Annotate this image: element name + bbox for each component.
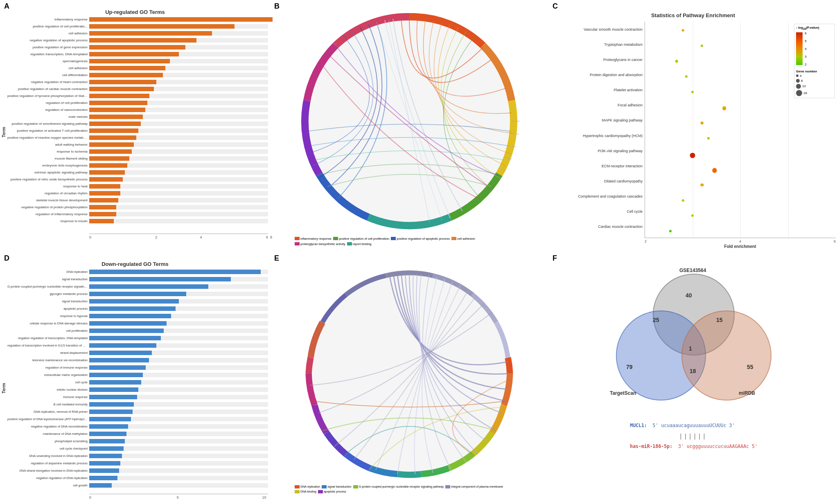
panel-d-bar-fill-3 [89, 292, 186, 296]
venn-label-mirdb: miRDB [739, 390, 755, 396]
panel-a-bar-label-4: positive regulation of gene expression [7, 45, 89, 49]
panel-a-bar-row-17: positive regulation of reactive oxygen s… [7, 135, 268, 141]
panel-d-bar-label-6: response to hypoxia [7, 314, 89, 318]
panel-d-bar-row-25: DNA unwinding involved in DNA replicatio… [7, 452, 268, 459]
panel-a-bar-label-2: cell adhesion [7, 32, 89, 35]
panel-a-bar-fill-23 [89, 177, 123, 182]
panel-d-bar-row-15: cell cycle [7, 379, 268, 385]
panel-a-bar-container-18 [89, 142, 268, 147]
panel-e-chord [295, 263, 524, 484]
panel-d-bar-row-21: negative regulation of DNA recombination [7, 423, 268, 430]
panel-d-bar-row-20: positive regulation of DNA topoisomerase… [7, 416, 268, 422]
panel-a-bar-label-21: embryonic limb morphogenesis [7, 164, 89, 167]
panel-d-bar-label-29: cell growth [7, 484, 89, 487]
panel-a-bar-container-8 [89, 73, 268, 77]
panel-d-bar-container-20 [89, 417, 268, 421]
panel-a-bar-fill-10 [89, 87, 154, 91]
venn-diagram: GSE143564 TargetScan miRDB 40 79 55 25 1… [600, 270, 788, 409]
panel-d-bar-row-1: signal transduction [7, 276, 268, 282]
panel-d-bar-row-0: DNA replication [7, 268, 268, 275]
panel-a-bar-container-23 [89, 177, 268, 182]
panel-a-bar-fill-13 [89, 108, 145, 112]
panel-a-bar-fill-12 [89, 101, 147, 105]
panel-f: F GSE143564 TargetScan miRDB 40 79 55 25… [548, 252, 839, 504]
panel-a-bar-label-6: spermatogenesis [7, 59, 89, 63]
panel-a-bar-container-13 [89, 108, 268, 112]
panel-d-bar-row-16: mitotic nuclear division [7, 386, 268, 393]
panel-a-bar-container-12 [89, 101, 268, 105]
panel-d-bar-container-0 [89, 270, 268, 274]
panel-d-bar-fill-17 [89, 395, 137, 399]
panel-a-bar-label-7: cell adhesion [7, 66, 89, 70]
panel-d-bar-row-23: phospholipid scrambling [7, 438, 268, 444]
panel-e-label: E [274, 254, 279, 263]
bubble-y-label-12: Cell cycle [550, 204, 645, 219]
panel-d-bar-container-12 [89, 358, 268, 362]
panel-d-bar-label-12: telomere maintenance via recombination [7, 358, 89, 362]
panel-d-bar-fill-4 [89, 299, 179, 304]
panel-d-bar-label-4: signal transduction [7, 299, 89, 303]
panel-a-bar-fill-1 [89, 24, 235, 29]
panel-a-bar-row-22: extrinsic apoptotic signaling pathway [7, 169, 268, 176]
panel-d-bar-container-28 [89, 476, 268, 480]
panel-d-bar-label-18: B cell mediated immunity [7, 403, 89, 406]
panel-a-bar-label-15: positive regulation of smoothened signal… [7, 122, 89, 126]
panel-d-bar-fill-28 [89, 476, 117, 480]
panel-d-bar-label-8: cell proliferation [7, 329, 89, 333]
panel-a-bar-label-16: positive regulation of activated T cell … [7, 129, 89, 133]
bubble-dot-9 [713, 168, 717, 173]
panel-d-bar-container-5 [89, 306, 268, 311]
panel-a-bar-label-11: positive regulation of tyrosine phosphor… [7, 94, 89, 98]
panel-a-title: Up-regulated GO Terms [0, 9, 270, 15]
panel-d-bar-fill-20 [89, 417, 131, 421]
panel-d-bar-container-25 [89, 454, 268, 458]
panel-a-bar-label-27: negative regulation of protein phosphory… [7, 205, 89, 209]
panel-a-bar-fill-27 [89, 205, 116, 209]
mirna-sequence: MUCL1: 5' ucuaaaucaguuuauuuUCUUUc 3' |||… [630, 421, 758, 451]
panel-d-bar-label-5: apoptotic process [7, 307, 89, 310]
panel-d-bar-container-2 [89, 284, 268, 289]
panel-d-bar-container-19 [89, 410, 268, 414]
panel-c: C Statistics of Pathway Enrichment Vascu… [548, 0, 839, 252]
panel-d-bar-fill-6 [89, 314, 171, 318]
panel-a-bar-container-9 [89, 80, 268, 84]
panel-a-bar-fill-24 [89, 184, 120, 189]
bubble-y-label-1: Tryptophan metabolism [550, 37, 645, 52]
venn-label-gse: GSE143564 [679, 268, 706, 273]
panel-d-bar-row-24: cell cycle checkpoint [7, 445, 268, 452]
panel-a-bar-label-5: regulation transcription, DNA-templated [7, 52, 89, 56]
panel-d-bar-row-6: response to hypoxia [7, 313, 268, 319]
panel-d-bar-label-17: immune response [7, 395, 89, 399]
panel-a-bar-container-14 [89, 115, 268, 119]
bubble-y-labels: Vascular smooth muscle contractionTrypto… [550, 22, 645, 249]
panel-a-bar-container-16 [89, 128, 268, 133]
panel-d-bar-fill-23 [89, 439, 125, 443]
panel-a-bars: inflammatory responsepositive regulation… [7, 16, 268, 234]
panel-d-bar-label-11: strand displacement [7, 351, 89, 355]
venn-number-targetscan-only: 79 [626, 364, 633, 370]
bubble-dot-12 [691, 214, 694, 217]
panel-a-y-label: Term [0, 16, 7, 239]
panel-a-bar-fill-18 [89, 142, 134, 147]
panel-a-bar-fill-14 [89, 115, 143, 119]
panel-a-bar-label-24: response to heat [7, 184, 89, 188]
venn-number-targetscan-mirdb: 18 [690, 368, 696, 374]
panel-a-bar-row-18: adult walking behavior [7, 142, 268, 148]
panel-a-bar-fill-3 [89, 38, 196, 43]
panel-d-bar-fill-1 [89, 277, 231, 281]
panel-a-bar-container-2 [89, 31, 268, 36]
panel-d-bar-label-10: regulation of transcription involved in … [7, 344, 89, 347]
panel-d-bar-container-6 [89, 314, 268, 318]
panel-d-bar-container-9 [89, 336, 268, 340]
panel-d-bar-fill-27 [89, 468, 119, 473]
panel-d-bar-label-19: DNA replication, removal of RNA primer [7, 410, 89, 414]
bubble-dot-5 [722, 106, 726, 110]
panel-a-bar-container-3 [89, 38, 268, 43]
bubble-y-label-7: Hypertrophic cardiomyopathy (HCM) [550, 128, 645, 143]
panel-d-bar-container-10 [89, 343, 268, 348]
panel-d-bar-fill-21 [89, 424, 128, 429]
panel-d-bar-row-18: B cell mediated immunity [7, 401, 268, 407]
panel-a-bar-label-18: adult walking behavior [7, 143, 89, 146]
bubble-y-label-13: Cardiac muscle contraction [550, 219, 645, 234]
bubble-y-label-4: Platelet activation [550, 83, 645, 98]
